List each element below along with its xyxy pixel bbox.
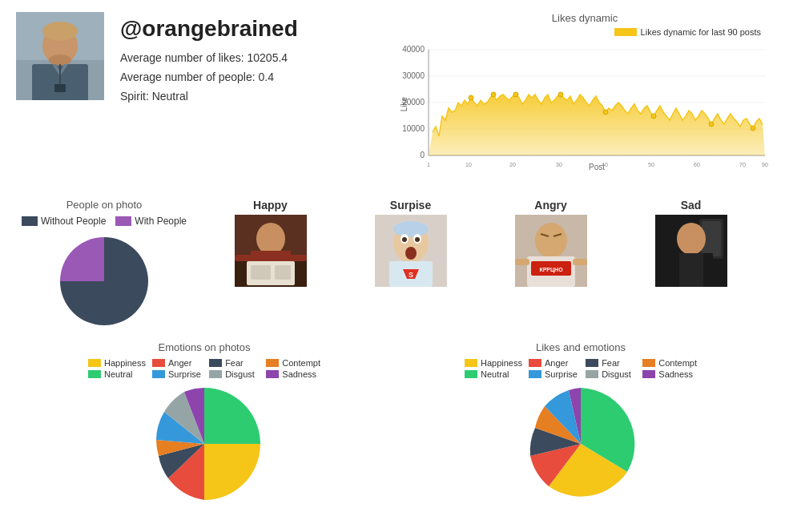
svg-text:0: 0 <box>420 151 425 159</box>
le-legend-happiness: Happiness <box>465 358 522 368</box>
svg-text:30: 30 <box>556 162 562 167</box>
svg-text:60: 60 <box>694 162 700 167</box>
legend-with-people: With People <box>115 216 187 227</box>
svg-text:20: 20 <box>509 162 516 167</box>
legend-sadness: Sadness <box>266 369 320 379</box>
emotion-label-angry: Angry <box>511 199 591 212</box>
svg-point-26 <box>558 92 563 97</box>
svg-point-4 <box>42 22 78 41</box>
likes-chart-legend: Likes dynamic for last 90 posts <box>641 27 761 37</box>
with-people-label: With People <box>135 216 187 227</box>
legend-surprise: Surprise <box>152 369 203 379</box>
page: @orangebrained Average number of likes: … <box>0 0 785 516</box>
people-photo-legend: Without People With People <box>16 216 192 227</box>
svg-text:40: 40 <box>602 162 608 167</box>
emotion-card-happy: Happy <box>231 199 311 287</box>
svg-text:10000: 10000 <box>402 124 425 133</box>
svg-rect-48 <box>251 265 271 280</box>
svg-rect-67 <box>573 259 587 265</box>
emotions-pie-wrap <box>16 384 392 504</box>
svg-point-62 <box>535 223 567 258</box>
emotion-img-surprise: S <box>375 215 447 287</box>
svg-text:10: 10 <box>465 162 472 167</box>
le-legend-surprise: Surprise <box>529 369 579 379</box>
svg-rect-45 <box>235 255 252 261</box>
svg-point-28 <box>651 114 656 119</box>
likes-chart-section: Likes dynamic Likes dynamic for last 90 … <box>384 12 769 183</box>
svg-point-25 <box>513 92 518 97</box>
emotion-card-surprise: Surpise <box>371 199 451 287</box>
profile-section: @orangebrained Average number of likes: … <box>16 12 384 109</box>
profile-info: @orangebrained Average number of likes: … <box>120 12 298 109</box>
svg-point-27 <box>603 110 608 115</box>
emotion-label-sad: Sad <box>651 199 731 212</box>
svg-point-43 <box>256 223 285 255</box>
svg-rect-75 <box>679 253 703 287</box>
svg-point-5 <box>49 54 71 66</box>
emotion-img-angry: КРРЦНО <box>515 215 587 287</box>
emotions-section: Emotions on photos Happiness Anger Fear <box>16 341 392 504</box>
svg-rect-46 <box>289 255 307 261</box>
svg-text:Like: Like <box>401 96 409 111</box>
emotion-card-angry: Angry КРРЦНО <box>511 199 591 287</box>
legend-disgust: Disgust <box>209 369 260 379</box>
avg-likes: Average number of likes: 10205.4 <box>120 51 298 64</box>
le-legend-anger: Anger <box>529 358 579 368</box>
people-photo-section: People on photo Without People With Peop… <box>16 199 192 329</box>
avatar <box>16 12 104 100</box>
header-row: @orangebrained Average number of likes: … <box>16 12 769 183</box>
svg-point-57 <box>405 247 417 260</box>
likes-emotions-title: Likes and emotions <box>392 341 769 353</box>
likes-emotions-section: Likes and emotions Happiness Anger Fear <box>392 341 769 504</box>
svg-point-52 <box>393 221 429 237</box>
avg-people: Average number of people: 0.4 <box>120 71 298 83</box>
svg-text:90: 90 <box>762 162 768 167</box>
with-people-color <box>115 216 131 226</box>
likes-chart-wrap: 40000 30000 20000 10000 0 Like <box>401 40 769 183</box>
legend-anger: Anger <box>152 358 203 368</box>
svg-text:КРРЦНО: КРРЦНО <box>539 267 563 273</box>
le-legend-disgust: Disgust <box>586 369 636 379</box>
legend-contempt: Contempt <box>266 358 320 368</box>
svg-point-23 <box>469 95 473 100</box>
emotions-chart-title: Emotions on photos <box>16 341 392 353</box>
svg-point-29 <box>709 122 714 127</box>
svg-text:70: 70 <box>739 162 746 167</box>
emotion-img-happy <box>235 215 307 287</box>
bottom-row: Emotions on photos Happiness Anger Fear <box>16 341 769 504</box>
svg-point-56 <box>415 237 420 242</box>
svg-text:S: S <box>408 271 413 279</box>
svg-text:1: 1 <box>427 162 430 167</box>
middle-row: People on photo Without People With Peop… <box>16 199 769 329</box>
svg-point-73 <box>677 223 706 255</box>
emotion-label-happy: Happy <box>231 199 311 212</box>
svg-rect-8 <box>54 84 66 92</box>
emotion-label-surprise: Surpise <box>371 199 451 212</box>
svg-text:30000: 30000 <box>402 71 425 80</box>
le-legend-neutral: Neutral <box>465 369 522 379</box>
le-legend-contempt: Contempt <box>642 358 697 368</box>
svg-point-55 <box>402 237 407 242</box>
svg-rect-49 <box>275 265 291 280</box>
likes-emotions-pie-wrap <box>392 384 769 504</box>
svg-text:50: 50 <box>648 162 654 167</box>
without-people-label: Without People <box>41 216 106 227</box>
without-people-color <box>22 216 38 226</box>
le-legend-fear: Fear <box>586 358 636 368</box>
people-pie-wrap <box>16 233 192 329</box>
le-legend-sadness: Sadness <box>642 369 697 379</box>
svg-point-30 <box>751 126 755 131</box>
svg-point-24 <box>491 92 496 97</box>
spirit: Spirit: Neutral <box>120 90 298 103</box>
likes-chart-title: Likes dynamic <box>401 12 769 24</box>
emotion-cards: Happy <box>192 199 769 287</box>
legend-fear: Fear <box>209 358 260 368</box>
legend-neutral: Neutral <box>88 369 146 379</box>
people-photo-title: People on photo <box>16 199 192 211</box>
username: @orangebrained <box>120 16 298 42</box>
svg-rect-66 <box>515 259 529 265</box>
legend-without-people: Without People <box>22 216 106 227</box>
svg-text:40000: 40000 <box>402 45 425 54</box>
legend-happiness: Happiness <box>88 358 146 368</box>
emotion-card-sad: Sad <box>651 199 731 287</box>
